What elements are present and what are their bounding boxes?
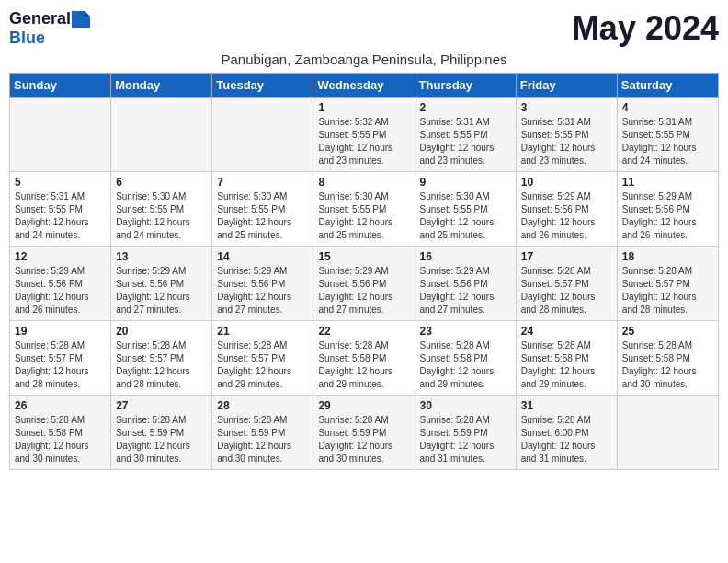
cell-info: Sunrise: 5:28 AM Sunset: 5:59 PM Dayligh… — [217, 414, 308, 465]
calendar-cell: 3Sunrise: 5:31 AM Sunset: 5:55 PM Daylig… — [516, 98, 617, 172]
cell-info: Sunrise: 5:30 AM Sunset: 5:55 PM Dayligh… — [217, 190, 308, 242]
day-number: 28 — [217, 399, 308, 412]
cell-info: Sunrise: 5:28 AM Sunset: 5:58 PM Dayligh… — [622, 339, 713, 391]
calendar-cell: 13Sunrise: 5:29 AM Sunset: 5:56 PM Dayli… — [111, 247, 212, 321]
calendar-cell: 22Sunrise: 5:28 AM Sunset: 5:58 PM Dayli… — [313, 321, 415, 396]
day-number: 9 — [420, 176, 511, 189]
cell-info: Sunrise: 5:28 AM Sunset: 5:59 PM Dayligh… — [420, 414, 511, 465]
weekday-header-friday: Friday — [516, 74, 617, 98]
cell-info: Sunrise: 5:28 AM Sunset: 5:57 PM Dayligh… — [15, 339, 106, 391]
day-number: 29 — [318, 399, 409, 412]
cell-info: Sunrise: 5:28 AM Sunset: 5:57 PM Dayligh… — [116, 339, 207, 391]
cell-info: Sunrise: 5:28 AM Sunset: 5:58 PM Dayligh… — [318, 339, 409, 391]
day-number: 16 — [420, 250, 511, 263]
calendar-cell: 7Sunrise: 5:30 AM Sunset: 5:55 PM Daylig… — [212, 172, 313, 247]
calendar-cell: 8Sunrise: 5:30 AM Sunset: 5:55 PM Daylig… — [313, 172, 415, 247]
day-number: 8 — [318, 176, 409, 189]
weekday-header-sunday: Sunday — [10, 74, 111, 98]
weekday-header-wednesday: Wednesday — [313, 74, 415, 98]
day-number: 30 — [420, 399, 511, 412]
calendar-cell: 29Sunrise: 5:28 AM Sunset: 5:59 PM Dayli… — [313, 396, 415, 470]
day-number: 12 — [15, 250, 106, 263]
page-header: General Blue May 2024 — [9, 9, 719, 48]
calendar-cell: 11Sunrise: 5:29 AM Sunset: 5:56 PM Dayli… — [617, 172, 718, 247]
day-number: 26 — [15, 399, 106, 412]
day-number: 14 — [217, 250, 308, 263]
calendar-cell: 24Sunrise: 5:28 AM Sunset: 5:58 PM Dayli… — [516, 321, 617, 396]
calendar-week-row: 5Sunrise: 5:31 AM Sunset: 5:55 PM Daylig… — [10, 172, 719, 247]
calendar-week-row: 26Sunrise: 5:28 AM Sunset: 5:58 PM Dayli… — [10, 396, 719, 470]
calendar-cell: 27Sunrise: 5:28 AM Sunset: 5:59 PM Dayli… — [111, 396, 212, 470]
cell-info: Sunrise: 5:29 AM Sunset: 5:56 PM Dayligh… — [15, 265, 106, 316]
day-number: 27 — [116, 399, 207, 412]
cell-info: Sunrise: 5:30 AM Sunset: 5:55 PM Dayligh… — [318, 190, 409, 242]
calendar-cell: 20Sunrise: 5:28 AM Sunset: 5:57 PM Dayli… — [111, 321, 212, 396]
calendar-body: 1Sunrise: 5:32 AM Sunset: 5:55 PM Daylig… — [10, 98, 719, 470]
calendar-cell: 30Sunrise: 5:28 AM Sunset: 5:59 PM Dayli… — [415, 396, 516, 470]
calendar-cell: 16Sunrise: 5:29 AM Sunset: 5:56 PM Dayli… — [415, 247, 516, 321]
logo-icon — [72, 11, 90, 28]
day-number: 31 — [521, 399, 612, 412]
day-number: 10 — [521, 176, 612, 189]
day-number: 22 — [318, 325, 409, 338]
calendar-cell: 14Sunrise: 5:29 AM Sunset: 5:56 PM Dayli… — [212, 247, 313, 321]
day-number: 7 — [217, 176, 308, 189]
calendar-cell: 1Sunrise: 5:32 AM Sunset: 5:55 PM Daylig… — [313, 98, 415, 172]
day-number: 24 — [521, 325, 612, 338]
day-number: 15 — [318, 250, 409, 263]
calendar-cell: 4Sunrise: 5:31 AM Sunset: 5:55 PM Daylig… — [617, 98, 718, 172]
cell-info: Sunrise: 5:32 AM Sunset: 5:55 PM Dayligh… — [318, 116, 409, 167]
cell-info: Sunrise: 5:30 AM Sunset: 5:55 PM Dayligh… — [116, 190, 207, 242]
location: Panubigan, Zamboanga Peninsula, Philippi… — [9, 52, 719, 67]
day-number: 6 — [116, 176, 207, 189]
cell-info: Sunrise: 5:28 AM Sunset: 5:58 PM Dayligh… — [521, 339, 612, 391]
calendar-cell: 9Sunrise: 5:30 AM Sunset: 5:55 PM Daylig… — [415, 172, 516, 247]
calendar-cell: 23Sunrise: 5:28 AM Sunset: 5:58 PM Dayli… — [415, 321, 516, 396]
calendar-cell: 26Sunrise: 5:28 AM Sunset: 5:58 PM Dayli… — [10, 396, 111, 470]
calendar-cell: 12Sunrise: 5:29 AM Sunset: 5:56 PM Dayli… — [10, 247, 111, 321]
calendar-cell: 2Sunrise: 5:31 AM Sunset: 5:55 PM Daylig… — [415, 98, 516, 172]
weekday-header-saturday: Saturday — [617, 74, 718, 98]
day-number: 5 — [15, 176, 106, 189]
cell-info: Sunrise: 5:28 AM Sunset: 5:58 PM Dayligh… — [420, 339, 511, 391]
calendar-cell: 10Sunrise: 5:29 AM Sunset: 5:56 PM Dayli… — [516, 172, 617, 247]
calendar-cell: 21Sunrise: 5:28 AM Sunset: 5:57 PM Dayli… — [212, 321, 313, 396]
calendar-week-row: 12Sunrise: 5:29 AM Sunset: 5:56 PM Dayli… — [10, 247, 719, 321]
cell-info: Sunrise: 5:29 AM Sunset: 5:56 PM Dayligh… — [217, 265, 308, 316]
calendar-week-row: 19Sunrise: 5:28 AM Sunset: 5:57 PM Dayli… — [10, 321, 719, 396]
calendar-week-row: 1Sunrise: 5:32 AM Sunset: 5:55 PM Daylig… — [10, 98, 719, 172]
calendar-cell: 18Sunrise: 5:28 AM Sunset: 5:57 PM Dayli… — [617, 247, 718, 321]
cell-info: Sunrise: 5:28 AM Sunset: 5:57 PM Dayligh… — [521, 265, 612, 316]
cell-info: Sunrise: 5:28 AM Sunset: 5:58 PM Dayligh… — [15, 414, 106, 465]
calendar-cell: 25Sunrise: 5:28 AM Sunset: 5:58 PM Dayli… — [617, 321, 718, 396]
day-number: 25 — [622, 325, 713, 338]
day-number: 11 — [622, 176, 713, 189]
logo-blue: Blue — [9, 29, 45, 48]
cell-info: Sunrise: 5:28 AM Sunset: 5:57 PM Dayligh… — [217, 339, 308, 391]
day-number: 19 — [15, 325, 106, 338]
weekday-header-monday: Monday — [111, 74, 212, 98]
cell-info: Sunrise: 5:31 AM Sunset: 5:55 PM Dayligh… — [521, 116, 612, 167]
day-number: 1 — [318, 101, 409, 114]
cell-info: Sunrise: 5:29 AM Sunset: 5:56 PM Dayligh… — [318, 265, 409, 316]
day-number: 21 — [217, 325, 308, 338]
day-number: 4 — [622, 101, 713, 114]
cell-info: Sunrise: 5:31 AM Sunset: 5:55 PM Dayligh… — [15, 190, 106, 242]
calendar-cell — [212, 98, 313, 172]
day-number: 2 — [420, 101, 511, 114]
calendar-cell — [111, 98, 212, 172]
calendar-cell: 19Sunrise: 5:28 AM Sunset: 5:57 PM Dayli… — [10, 321, 111, 396]
cell-info: Sunrise: 5:28 AM Sunset: 5:59 PM Dayligh… — [318, 414, 409, 465]
weekday-header-row: SundayMondayTuesdayWednesdayThursdayFrid… — [10, 74, 719, 98]
svg-marker-1 — [85, 11, 90, 17]
cell-info: Sunrise: 5:28 AM Sunset: 5:59 PM Dayligh… — [116, 414, 207, 465]
day-number: 20 — [116, 325, 207, 338]
day-number: 18 — [622, 250, 713, 263]
day-number: 3 — [521, 101, 612, 114]
svg-marker-0 — [72, 11, 90, 28]
month-title: May 2024 — [572, 9, 719, 48]
cell-info: Sunrise: 5:31 AM Sunset: 5:55 PM Dayligh… — [622, 116, 713, 167]
calendar-cell: 6Sunrise: 5:30 AM Sunset: 5:55 PM Daylig… — [111, 172, 212, 247]
calendar-cell: 28Sunrise: 5:28 AM Sunset: 5:59 PM Dayli… — [212, 396, 313, 470]
calendar-cell: 31Sunrise: 5:28 AM Sunset: 6:00 PM Dayli… — [516, 396, 617, 470]
